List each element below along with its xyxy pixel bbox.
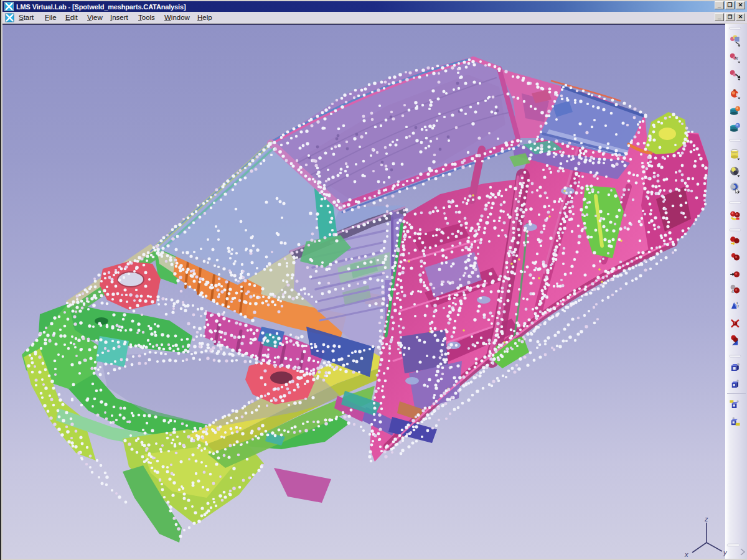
svg-text:y: y bbox=[723, 549, 728, 556]
svg-text:x: x bbox=[684, 551, 688, 558]
svg-text:z: z bbox=[737, 304, 739, 308]
svg-text:z: z bbox=[704, 515, 708, 523]
svg-text:4: 4 bbox=[731, 289, 734, 294]
svg-text:fx: fx bbox=[735, 56, 738, 60]
